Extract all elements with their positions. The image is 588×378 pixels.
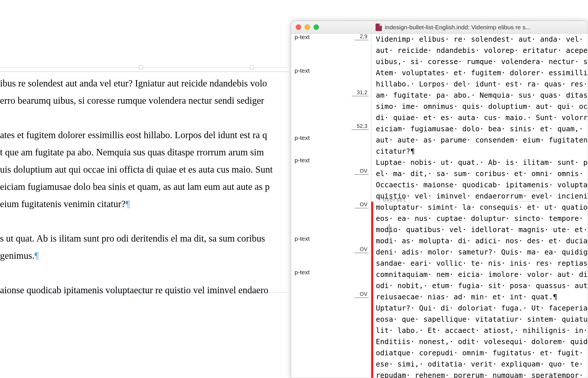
story-text-column[interactable]: Overset Videnimp· elibus· re· solendest·… <box>371 34 588 378</box>
layout-line: uis doluptium aut qui occae ini officta … <box>0 164 273 175</box>
story-line[interactable]: aut· reicide· ndandebis· volorep· eritat… <box>376 45 588 56</box>
gutter-row[interactable] <box>295 280 369 291</box>
layout-line: genimus. <box>0 250 34 261</box>
gutter-row[interactable] <box>295 224 369 235</box>
gutter-row[interactable] <box>295 101 369 112</box>
story-line[interactable]: Luptae· nobis· ut· quat.· Ab· is· ilitam… <box>376 157 588 168</box>
story-line[interactable]: hillabo.· Lorpos· del· idunt· est· ra· q… <box>376 78 588 90</box>
gutter-row[interactable]: 52,3 <box>295 123 369 134</box>
frame-handle[interactable] <box>139 65 143 69</box>
gutter-row[interactable]: OV <box>295 168 369 179</box>
depth-value: 31,2 <box>352 90 369 96</box>
story-line[interactable]: simo· ime· omnimus· quis· doluptium· aut… <box>376 101 588 112</box>
story-line[interactable]: uibus,· si· coresse· rumque· volendera· … <box>376 56 588 67</box>
depth-value: OV <box>355 246 369 253</box>
story-line[interactable]: quistio· vel· iminvel· endaerorrum· evel… <box>376 190 588 202</box>
minimize-button[interactable] <box>305 24 310 30</box>
paragraph-style-name: p-text <box>295 134 310 141</box>
paragraph-style-name: p-text <box>295 157 310 164</box>
indesign-doc-icon <box>376 24 382 31</box>
depth-value: OV <box>355 291 369 298</box>
frame-handle[interactable] <box>250 65 254 69</box>
gutter-row[interactable]: p-text <box>295 235 369 246</box>
zoom-button[interactable] <box>314 24 319 30</box>
gutter-row[interactable] <box>295 190 369 202</box>
story-line[interactable]: lit· labo.· Et· accaect· atiost,· nihili… <box>376 325 588 336</box>
story-line[interactable]: comnitaquiam· nem· eicia· imolore· volor… <box>376 269 588 280</box>
story-line[interactable]: Atem· voluptates· et· fugitem· dolorer· … <box>376 67 588 78</box>
paragraph-style-name: p-text <box>295 34 310 41</box>
gutter-row[interactable] <box>295 258 369 269</box>
story-line[interactable]: am· fugitate· pa· abo.· Nemquia· sus· qu… <box>376 90 588 101</box>
story-line[interactable]: Occaectis· maionse· quodicab· ipitamenis… <box>376 179 588 190</box>
gutter-row[interactable]: p-text2,9 <box>295 34 369 45</box>
story-gutter[interactable]: p-text2,9p-text31,252,3p-textp-textOVOVp… <box>291 34 371 378</box>
depth-value: 2,9 <box>355 34 369 40</box>
paragraph-style-name: p-text <box>295 235 310 242</box>
story-line[interactable]: Uptatur?· Qui· di· doloriat· fuga.· Ut· … <box>376 302 588 314</box>
depth-value: OV <box>355 202 369 208</box>
story-line[interactable]: reiusaecae· nias· ad· min· et· int· quat… <box>376 291 557 302</box>
depth-value: 52,3 <box>352 123 369 130</box>
story-line[interactable]: eosa· que· sapellique· vitatatiur· sinte… <box>376 314 588 325</box>
depth-value: OV <box>355 168 369 175</box>
layout-line: erro bearumq uibus, si coresse rumque vo… <box>0 95 264 106</box>
window-title: indesign-bullet-list-English.indd: Viden… <box>385 24 530 31</box>
gutter-row[interactable] <box>295 179 369 190</box>
story-line[interactable]: Enditiis· nonest,· odit· volesequi· dolo… <box>376 336 588 347</box>
story-editor-window[interactable]: indesign-bullet-list-English.indd: Viden… <box>291 21 588 378</box>
gutter-row[interactable]: p-text <box>295 134 369 146</box>
story-line[interactable]: el· ma· dit,· sa· sum· coribus· et· omni… <box>376 168 588 179</box>
story-line[interactable]: moluptatur· simint· la· consequis· et· u… <box>376 202 588 213</box>
layout-line: aionse quodicab ipitamenis voluptaectur … <box>0 285 268 295</box>
gutter-row[interactable] <box>295 112 369 123</box>
gutter-row[interactable]: OV <box>295 246 369 258</box>
gutter-row[interactable] <box>295 213 369 224</box>
story-line[interactable]: Videnimp· elibus· re· solendest· aut· an… <box>376 34 588 45</box>
paragraph-style-name: p-text <box>295 67 310 74</box>
story-line[interactable]: di· quiae· et· es· auta· cus· maio.· Sun… <box>376 112 588 123</box>
layout-line: t que am fugitate pa abo. Nemquia sus qu… <box>0 147 264 157</box>
story-line[interactable]: odi· nobit,· etum· fugia· sit· posa· qua… <box>376 280 588 291</box>
story-line[interactable]: eiciam· fugiamusae· dolo· bea· sinis· et… <box>376 123 588 134</box>
layout-line: ates et fugitem dolorer essimillis eost … <box>0 130 267 140</box>
story-line[interactable]: odiatque· corepudi· omnim· fugitatus· et… <box>376 347 588 358</box>
gutter-row[interactable]: 31,2 <box>295 90 369 101</box>
window-controls <box>296 24 319 30</box>
layout-view[interactable]: ibus re solendest aut anda vel etur? Ign… <box>0 0 289 378</box>
story-line[interactable]: sandae· eari· vollic· te· nis· inis· res… <box>376 258 588 269</box>
layout-text-content[interactable]: ibus re solendest aut anda vel etur? Ign… <box>0 75 289 316</box>
gutter-row[interactable]: p-text <box>295 157 369 168</box>
story-line[interactable]: aut· aute· as· parume· consendem· eium· … <box>376 134 588 146</box>
layout-line: eium fugitatenis venimin citatur? <box>0 199 125 209</box>
gutter-row[interactable]: OV <box>295 202 369 213</box>
gutter-row[interactable]: p-text <box>295 269 369 280</box>
pilcrow-icon: ¶ <box>34 250 39 261</box>
story-line[interactable]: modio· quatibus· vel· idellorat· magnis·… <box>376 224 588 235</box>
gutter-row[interactable]: p-text <box>295 67 369 78</box>
pilcrow-icon: ¶ <box>125 199 130 209</box>
gutter-row[interactable]: OV <box>295 291 369 302</box>
story-line[interactable]: repudam· rehenem· porerum· numquam· sper… <box>376 370 588 378</box>
overset-indicator-bar <box>371 202 373 378</box>
story-line[interactable]: modi· as· molupta· di· adici· nos· des· … <box>376 235 588 246</box>
close-button[interactable] <box>296 24 301 30</box>
story-line[interactable]: citatur?¶ <box>376 146 415 157</box>
layout-line: s ut quat. Ab is ilitam sunt pro odi der… <box>0 233 265 244</box>
window-titlebar[interactable]: indesign-bullet-list-English.indd: Viden… <box>291 21 588 34</box>
story-line[interactable]: eos· ea· nus· cuptae· doluptur· sincto· … <box>376 213 588 224</box>
paragraph-style-name: p-text <box>295 269 310 276</box>
layout-line: eiciam fugiamusae dolo bea sinis et quam… <box>0 182 270 192</box>
story-line[interactable]: deni· adis· molor· sametur?· Quis· ma· e… <box>376 246 588 258</box>
story-line[interactable]: ese· simi,· oditatia· verit· expliquam· … <box>376 358 588 370</box>
layout-line: ibus re solendest aut anda vel etur? Ign… <box>0 78 267 88</box>
